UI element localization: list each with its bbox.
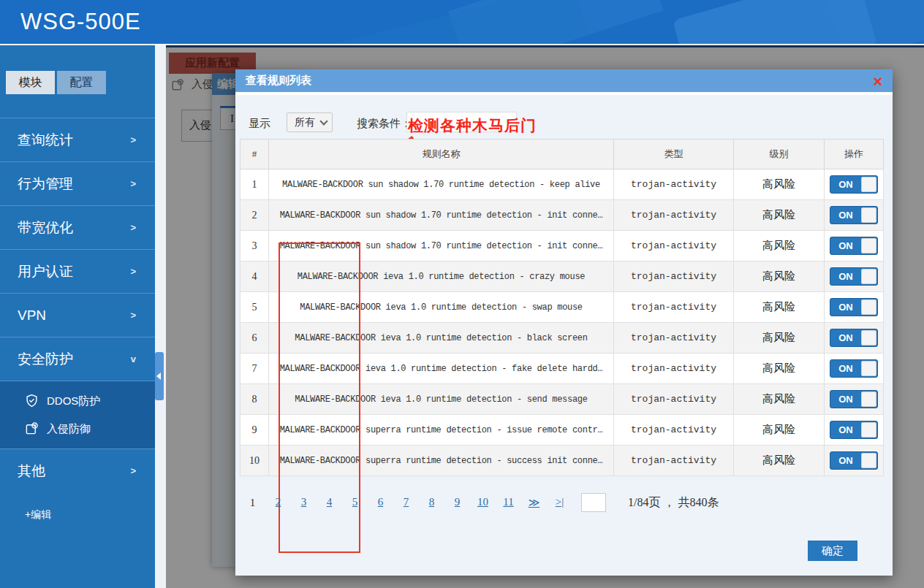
column-header: 规则名称: [269, 140, 614, 169]
sidebar-edit-link[interactable]: +编辑: [0, 492, 155, 522]
rule-enabled-toggle[interactable]: ON: [830, 359, 878, 378]
sidebar-item-ips[interactable]: 入侵防御: [0, 415, 155, 443]
close-icon[interactable]: ×: [873, 73, 882, 91]
rule-enabled-toggle[interactable]: ON: [830, 237, 878, 255]
rule-level: 高风险: [734, 384, 825, 415]
pagination-page-link[interactable]: 10: [470, 496, 496, 509]
chevron-down-icon: v: [131, 354, 136, 364]
submenu-label: DDOS防护: [47, 394, 100, 408]
rule-type: trojan-activity: [614, 292, 734, 323]
table-row: 2MALWARE-BACKDOOR sun shadow 1.70 runtim…: [241, 200, 884, 231]
tab-config[interactable]: 配置: [57, 71, 106, 94]
filter-dropdown-value: 所有: [295, 116, 315, 129]
rule-enabled-toggle[interactable]: ON: [830, 298, 878, 316]
sidebar-item-query-stats[interactable]: 查询统计 >: [0, 118, 155, 161]
column-header: 操作: [825, 140, 884, 169]
pagination-links: 234567891011≫>|: [265, 496, 572, 509]
rule-level: 高风险: [734, 292, 825, 323]
nav-label: 用户认证: [18, 262, 73, 281]
toggle-knob: [861, 269, 876, 284]
rule-action-cell: ON: [825, 415, 884, 446]
rule-name: MALWARE-BACKDOOR ieva 1.0 runtime detect…: [269, 354, 614, 384]
rule-name: MALWARE-BACKDOOR sun shadow 1.70 runtime…: [269, 200, 614, 231]
chevron-right-icon: >: [130, 310, 136, 321]
sidebar-edge-strip: [155, 45, 166, 588]
rule-name: MALWARE-BACKDOOR ieva 1.0 runtime detect…: [269, 384, 614, 415]
table-row: 4MALWARE-BACKDOOR ieva 1.0 runtime detec…: [241, 261, 884, 292]
pagination-page-link[interactable]: 2: [265, 496, 291, 509]
rule-index: 8: [241, 384, 269, 415]
sidebar-item-other[interactable]: 其他 >: [0, 448, 155, 492]
rule-enabled-toggle[interactable]: ON: [830, 206, 878, 224]
toggle-knob: [861, 330, 876, 345]
sidebar-item-ddos[interactable]: DDOS防护: [0, 387, 155, 415]
rule-enabled-toggle[interactable]: ON: [830, 421, 878, 439]
toggle-on-label: ON: [830, 363, 861, 374]
rule-name: MALWARE-BACKDOOR ieva 1.0 runtime detect…: [269, 292, 614, 323]
sidebar-item-user-auth[interactable]: 用户认证 >: [0, 249, 155, 293]
tab-modules[interactable]: 模块: [6, 71, 55, 94]
rule-index: 10: [241, 446, 269, 476]
pagination-current-page: 1: [240, 497, 265, 509]
submenu-label: 入侵防御: [47, 422, 91, 436]
badge-check-icon: [25, 421, 39, 436]
confirm-button[interactable]: 确定: [808, 541, 857, 561]
pagination-page-link[interactable]: 6: [368, 496, 393, 509]
sidebar-item-bandwidth[interactable]: 带宽优化 >: [0, 205, 155, 249]
sidebar-item-vpn[interactable]: VPN >: [0, 293, 155, 337]
table-row: 3MALWARE-BACKDOOR sun shadow 1.70 runtim…: [241, 231, 884, 261]
rule-enabled-toggle[interactable]: ON: [830, 267, 878, 286]
toggle-on-label: ON: [830, 394, 861, 405]
toggle-on-label: ON: [830, 332, 861, 343]
keyboard-decoration: [825, 0, 924, 45]
toggle-on-label: ON: [830, 240, 861, 251]
chevron-right-icon: >: [130, 178, 136, 189]
rule-type: trojan-activity: [614, 384, 734, 415]
rule-level: 高风险: [734, 323, 825, 354]
display-label: 显示: [249, 117, 270, 131]
pagination-page-link[interactable]: 3: [291, 496, 317, 509]
rule-name: MALWARE-BACKDOOR ieva 1.0 runtime detect…: [269, 261, 614, 292]
app-header: WSG-500E: [0, 0, 924, 45]
toggle-on-label: ON: [830, 302, 861, 313]
sidebar-collapse-handle[interactable]: [155, 352, 164, 400]
pagination-last-page-link[interactable]: >|: [547, 496, 572, 509]
pagination-page-link[interactable]: 9: [444, 496, 470, 509]
pagination-next-set-link[interactable]: ≫: [521, 496, 547, 509]
rule-enabled-toggle[interactable]: ON: [830, 451, 878, 470]
toggle-knob: [861, 453, 876, 468]
sidebar: 模块 配置 查询统计 > 行为管理 > 带宽优化 > 用户认证 > VPN >: [0, 45, 155, 588]
pagination-page-link[interactable]: 4: [317, 496, 342, 509]
table-row: 5MALWARE-BACKDOOR ieva 1.0 runtime detec…: [241, 292, 884, 323]
rule-type: trojan-activity: [614, 261, 734, 292]
rule-action-cell: ON: [825, 169, 884, 200]
chevron-right-icon: >: [130, 134, 136, 145]
rule-type: trojan-activity: [614, 169, 734, 200]
rule-enabled-toggle[interactable]: ON: [830, 329, 878, 347]
product-logo: WSG-500E: [20, 9, 141, 35]
pagination-page-link[interactable]: 5: [342, 496, 368, 509]
sidebar-item-behavior[interactable]: 行为管理 >: [0, 161, 155, 205]
rule-action-cell: ON: [825, 446, 884, 476]
sidebar-item-security[interactable]: 安全防护 v: [0, 337, 155, 381]
toggle-on-label: ON: [830, 424, 861, 435]
rule-action-cell: ON: [825, 200, 884, 231]
rule-enabled-toggle[interactable]: ON: [830, 390, 878, 408]
toggle-knob: [861, 177, 876, 192]
chevron-right-icon: >: [130, 465, 136, 476]
page-jump-input[interactable]: [581, 493, 606, 512]
rule-enabled-toggle[interactable]: ON: [830, 175, 878, 194]
rule-level: 高风险: [734, 415, 825, 446]
column-header: 类型: [614, 140, 734, 169]
search-input[interactable]: [406, 112, 517, 132]
pagination-page-link[interactable]: 11: [496, 496, 521, 509]
pagination-page-link[interactable]: 8: [419, 496, 444, 509]
filter-dropdown[interactable]: 所有: [287, 112, 333, 132]
rule-level: 高风险: [734, 354, 825, 384]
security-submenu: DDOS防护 入侵防御: [0, 381, 155, 448]
rule-type: trojan-activity: [614, 231, 734, 261]
rule-level: 高风险: [734, 200, 825, 231]
pagination-page-link[interactable]: 7: [393, 496, 419, 509]
rule-level: 高风险: [734, 446, 825, 476]
toggle-on-label: ON: [830, 210, 861, 221]
